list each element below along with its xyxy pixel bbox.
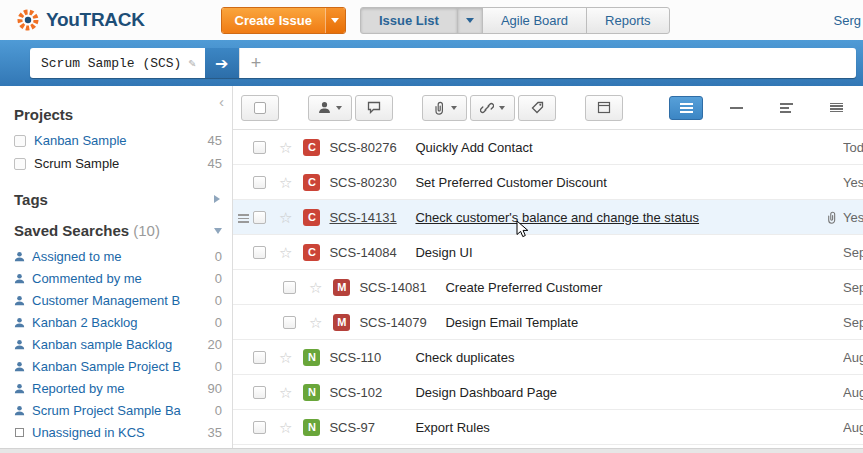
projects-heading[interactable]: Projects [14,106,218,123]
sidebar-item-saved-search[interactable]: Assigned to me 0 [0,245,232,267]
issue-summary[interactable]: Design Dashboard Page [415,385,843,400]
issue-summary[interactable]: Design UI [415,245,843,260]
issue-summary[interactable]: Set Preferred Customer Discount [415,175,843,190]
row-checkbox[interactable] [253,141,266,154]
sidebar-collapse-icon[interactable]: ‹ [219,94,224,109]
view-compact-button[interactable] [769,96,803,120]
create-issue-dropdown[interactable] [325,8,345,33]
issue-summary[interactable]: Check customer's balance and change the … [415,210,699,225]
row-checkbox[interactable] [253,421,266,434]
star-icon[interactable]: ☆ [309,315,322,330]
project-label[interactable]: Scrum Sample [34,156,119,171]
issue-id[interactable]: SCS-110 [329,350,415,365]
sidebar-item-project[interactable]: Kanban Sample 45 [0,129,232,152]
issue-row[interactable]: ☆ N SCS-102 Design Dashboard Page Aug [233,375,863,410]
sidebar-item-saved-search[interactable]: Kanban Sample Project B 0 [0,355,232,377]
issue-summary[interactable]: Quickly Add Contact [415,140,843,155]
row-checkbox[interactable] [253,176,266,189]
plus-icon[interactable]: + [251,54,262,72]
star-icon[interactable]: ☆ [279,420,292,435]
star-icon[interactable]: ☆ [279,210,292,225]
issue-id[interactable]: SCS-14131 [329,210,415,225]
saved-search-label[interactable]: Commented by me [32,271,142,286]
project-checkbox[interactable] [14,158,26,170]
issue-summary[interactable]: Create Preferred Customer [445,280,843,295]
sidebar-item-saved-search[interactable]: Kanban sample Backlog 20 [0,333,232,355]
issue-summary[interactable]: Design Email Template [445,315,843,330]
edit-pencil-icon[interactable]: ✎ [188,56,195,71]
view-single-line-button[interactable] [719,96,753,120]
star-icon[interactable]: ☆ [279,245,292,260]
star-icon[interactable]: ☆ [279,175,292,190]
project-checkbox[interactable] [14,135,26,147]
issue-id[interactable]: SCS-14084 [329,245,415,260]
tab-agile-board[interactable]: Agile Board [482,7,587,34]
tab-reports[interactable]: Reports [586,7,670,34]
issue-row-subtask[interactable]: ☆ M SCS-14079 Design Email Template Sep [233,305,863,340]
sidebar-item-saved-search[interactable]: Kanban 2 Backlog 0 [0,311,232,333]
issue-id[interactable]: SCS-14081 [359,280,445,295]
select-all-checkbox[interactable] [254,102,266,114]
view-detailed-button[interactable] [669,96,703,120]
saved-search-label[interactable]: Kanban 2 Backlog [32,315,138,330]
issue-row[interactable]: ☆ C SCS-80276 Quickly Add Contact Tod [233,130,863,165]
create-issue-label[interactable]: Create Issue [222,8,325,33]
link-button[interactable] [470,95,515,121]
row-checkbox[interactable] [253,386,266,399]
sidebar-item-saved-search[interactable]: Commented by me 0 [0,267,232,289]
issue-row-subtask[interactable]: ☆ M SCS-14081 Create Preferred Customer … [233,270,863,305]
issue-summary-wrap[interactable]: Check customer's balance and change the … [415,210,825,225]
issue-row-hovered[interactable]: ☆ C SCS-14131 Check customer's balance a… [233,200,863,235]
row-checkbox[interactable] [283,281,296,294]
sidebar-item-project[interactable]: Scrum Sample 45 [0,152,232,175]
saved-search-label[interactable]: Kanban Sample Project B [32,359,181,374]
view-tree-button[interactable] [819,96,853,120]
search-input[interactable] [269,56,845,71]
assignee-button[interactable] [308,95,352,121]
user-menu[interactable]: Serg [834,13,861,28]
issue-summary[interactable]: Export Rules [415,420,843,435]
sidebar-item-saved-search[interactable]: Scrum Project Sample Ba 0 [0,399,232,421]
issue-row[interactable]: ☆ N SCS-110 Check duplicates Aug [233,340,863,375]
comment-button[interactable] [355,95,393,121]
row-checkbox[interactable] [283,316,296,329]
star-icon[interactable]: ☆ [279,350,292,365]
search-go-button[interactable]: ➔ [205,48,239,78]
star-icon[interactable]: ☆ [279,385,292,400]
issue-row[interactable]: ☆ N SCS-97 Export Rules Aug [233,410,863,445]
issue-id[interactable]: SCS-80276 [329,140,415,155]
create-issue-button[interactable]: Create Issue [221,7,346,34]
issue-id[interactable]: SCS-80230 [329,175,415,190]
chevron-right-icon[interactable] [214,195,220,203]
issue-summary[interactable]: Check duplicates [415,350,843,365]
issue-id[interactable]: SCS-102 [329,385,415,400]
tab-issue-list-dropdown[interactable] [457,7,483,34]
context-query[interactable]: Scrum Sample (SCS) ✎ [30,48,205,78]
saved-search-label[interactable]: Unassigned in KCS [32,425,145,440]
sidebar-item-saved-search[interactable]: Reported by me 90 [0,377,232,399]
row-checkbox[interactable] [253,246,266,259]
star-icon[interactable]: ☆ [279,140,292,155]
tab-issue-list[interactable]: Issue List [360,7,458,34]
select-all-button[interactable] [241,95,279,121]
attach-button[interactable] [422,95,467,121]
row-checkbox[interactable] [253,351,266,364]
sidebar-item-saved-search[interactable]: Unassigned in KCS 35 [0,421,232,443]
saved-search-label[interactable]: Reported by me [32,381,125,396]
saved-search-label[interactable]: Scrum Project Sample Ba [32,403,181,418]
tag-button[interactable] [518,95,556,121]
project-label[interactable]: Kanban Sample [34,133,127,148]
chevron-down-icon[interactable] [214,228,222,234]
search-input-area[interactable]: + [239,48,856,78]
youtrack-logo[interactable]: YouTRACK [16,8,145,32]
window-button[interactable] [585,95,623,121]
issue-id[interactable]: SCS-97 [329,420,415,435]
saved-searches-heading[interactable]: Saved Searches (10) [14,222,218,239]
issue-row[interactable]: ☆ C SCS-14084 Design UI Sep [233,235,863,270]
row-checkbox[interactable] [253,211,266,224]
tags-heading[interactable]: Tags [14,191,218,208]
saved-search-label[interactable]: Customer Management B [32,293,180,308]
issue-id[interactable]: SCS-14079 [359,315,445,330]
saved-search-label[interactable]: Assigned to me [32,249,122,264]
sidebar-item-saved-search[interactable]: Customer Management B 0 [0,289,232,311]
